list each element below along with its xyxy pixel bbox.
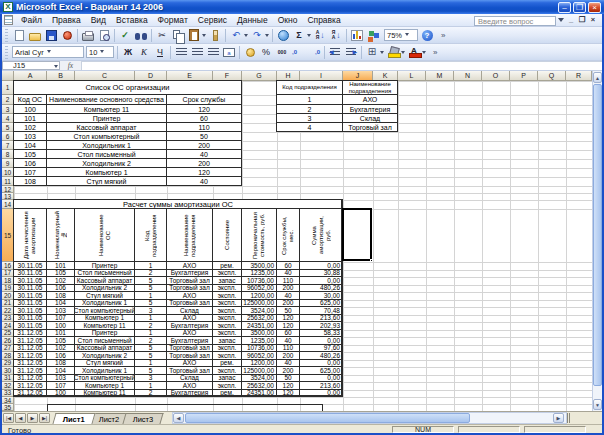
fill-color-button[interactable] xyxy=(385,45,401,60)
column-header-Q[interactable]: Q xyxy=(538,71,566,81)
scroll-down-icon[interactable]: ▼ xyxy=(593,399,602,410)
chevron-down-icon[interactable] xyxy=(422,51,426,56)
font-color-button[interactable]: А xyxy=(406,45,422,60)
increase-indent-button[interactable]: ▶ xyxy=(343,45,359,60)
italic-button[interactable]: К xyxy=(136,45,152,60)
row-header-26[interactable]: 26 xyxy=(2,337,14,345)
maximize-button[interactable]: ❐ xyxy=(573,2,586,13)
paste-button[interactable] xyxy=(186,28,202,43)
menu-Окно[interactable]: Окно xyxy=(273,15,303,25)
menu-Правка[interactable]: Правка xyxy=(47,15,86,25)
comma-style-button[interactable]: 000 xyxy=(274,45,290,60)
autosum-button[interactable]: Σ xyxy=(291,28,307,43)
increase-decimal-button[interactable]: ,0 xyxy=(290,45,306,60)
insert-function-button[interactable]: fx xyxy=(60,61,82,70)
column-header-J[interactable]: J xyxy=(343,71,373,81)
chart-wizard-button[interactable] xyxy=(349,28,365,43)
new-button[interactable] xyxy=(11,28,27,43)
toolbar-drag-handle[interactable] xyxy=(5,29,8,42)
question-box[interactable]: Введите вопрос xyxy=(474,16,556,26)
chevron-down-icon[interactable] xyxy=(380,51,384,56)
row-header-10[interactable]: 10 xyxy=(2,168,14,177)
row-header-19[interactable]: 19 xyxy=(2,285,14,293)
chevron-down-icon[interactable] xyxy=(307,34,311,39)
chevron-down-icon[interactable] xyxy=(244,34,248,39)
minimize-button[interactable]: – xyxy=(558,2,571,13)
selected-cell-J15[interactable] xyxy=(342,208,372,261)
borders-button[interactable]: ⊞ xyxy=(364,45,380,60)
row-header-13[interactable]: 13 xyxy=(2,193,14,200)
row-header-7[interactable]: 7 xyxy=(2,141,14,150)
row-header-35[interactable]: 35 xyxy=(2,404,14,411)
vertical-scroll-thumb[interactable] xyxy=(593,84,602,386)
column-header-L[interactable]: L xyxy=(398,71,426,81)
sort-ascending-button[interactable]: АЯ↓ xyxy=(312,28,328,43)
question-dropdown-icon[interactable] xyxy=(558,18,564,25)
last-sheet-icon[interactable]: ▶| xyxy=(39,413,50,423)
undo-button[interactable]: ↶ xyxy=(228,28,244,43)
menu-Файл[interactable]: Файл xyxy=(16,15,47,25)
row-header-21[interactable]: 21 xyxy=(2,300,14,308)
row-header-29[interactable]: 29 xyxy=(2,360,14,368)
menu-Справка[interactable]: Справка xyxy=(302,15,345,25)
permission-button[interactable] xyxy=(59,28,75,43)
toolbar-options-icon[interactable]: » xyxy=(433,48,437,57)
chevron-down-icon[interactable] xyxy=(47,50,51,55)
decrease-decimal-button[interactable]: ,0 xyxy=(306,45,322,60)
font-size-combo[interactable]: 10 xyxy=(86,46,114,58)
row-header-5[interactable]: 5 xyxy=(2,123,14,132)
toolbar-drag-handle[interactable] xyxy=(5,46,8,59)
row-header-31[interactable]: 31 xyxy=(2,375,14,383)
font-name-combo[interactable]: Arial Cyr xyxy=(12,46,84,58)
column-header-P[interactable]: P xyxy=(510,71,538,81)
toolbar-options-icon[interactable]: » xyxy=(441,31,445,40)
column-header-B[interactable]: B xyxy=(47,71,75,81)
print-preview-button[interactable] xyxy=(96,28,112,43)
row-header-8[interactable]: 8 xyxy=(2,150,14,159)
horizontal-scroll-thumb[interactable] xyxy=(185,413,470,423)
sort-descending-button[interactable]: ЯА↓ xyxy=(328,28,344,43)
zoom-combo[interactable]: 75% xyxy=(384,29,418,41)
column-header-M[interactable]: M xyxy=(426,71,454,81)
row-header-18[interactable]: 18 xyxy=(2,277,14,285)
underline-button[interactable]: Ч xyxy=(152,45,168,60)
percent-style-button[interactable]: % xyxy=(258,45,274,60)
column-header-A[interactable]: A xyxy=(14,71,47,81)
row-header-27[interactable]: 27 xyxy=(2,345,14,353)
align-center-button[interactable] xyxy=(189,45,205,60)
row-header-15[interactable]: 15 xyxy=(2,209,14,262)
column-header-G[interactable]: G xyxy=(242,71,277,81)
research-button[interactable] xyxy=(133,28,149,43)
tab-Лист3[interactable]: Лист3 xyxy=(123,413,165,424)
format-painter-button[interactable] xyxy=(207,28,223,43)
workbook-minimize-button[interactable]: _ xyxy=(566,16,576,25)
open-button[interactable] xyxy=(27,28,43,43)
row-header-3[interactable]: 3 xyxy=(2,105,14,114)
scroll-up-icon[interactable]: ▲ xyxy=(593,72,602,83)
menu-Формат[interactable]: Формат xyxy=(153,15,193,25)
align-left-button[interactable] xyxy=(173,45,189,60)
row-header-4[interactable]: 4 xyxy=(2,114,14,123)
merge-center-button[interactable]: a xyxy=(221,45,237,60)
menu-Вид[interactable]: Вид xyxy=(86,15,111,25)
copy-button[interactable] xyxy=(170,28,186,43)
column-header-H[interactable]: H xyxy=(277,71,300,81)
cut-button[interactable]: ✂ xyxy=(154,28,170,43)
menu-Вставка[interactable]: Вставка xyxy=(111,15,153,25)
workbook-icon[interactable] xyxy=(4,15,13,25)
first-sheet-icon[interactable]: |◀ xyxy=(3,413,14,423)
row-header-20[interactable]: 20 xyxy=(2,292,14,300)
row-header-22[interactable]: 22 xyxy=(2,307,14,315)
select-all-corner[interactable] xyxy=(2,71,14,81)
chevron-down-icon[interactable] xyxy=(54,65,58,70)
row-header-33[interactable]: 33 xyxy=(2,390,14,398)
menu-Данные[interactable]: Данные xyxy=(232,15,273,25)
close-button[interactable]: × xyxy=(588,2,601,13)
bold-button[interactable]: Ж xyxy=(120,45,136,60)
row-header-25[interactable]: 25 xyxy=(2,330,14,338)
column-header-R[interactable]: R xyxy=(566,71,592,81)
row-header-28[interactable]: 28 xyxy=(2,352,14,360)
column-header-D[interactable]: D xyxy=(135,71,167,81)
column-header-E[interactable]: E xyxy=(167,71,213,81)
column-header-K[interactable]: K xyxy=(373,71,398,81)
